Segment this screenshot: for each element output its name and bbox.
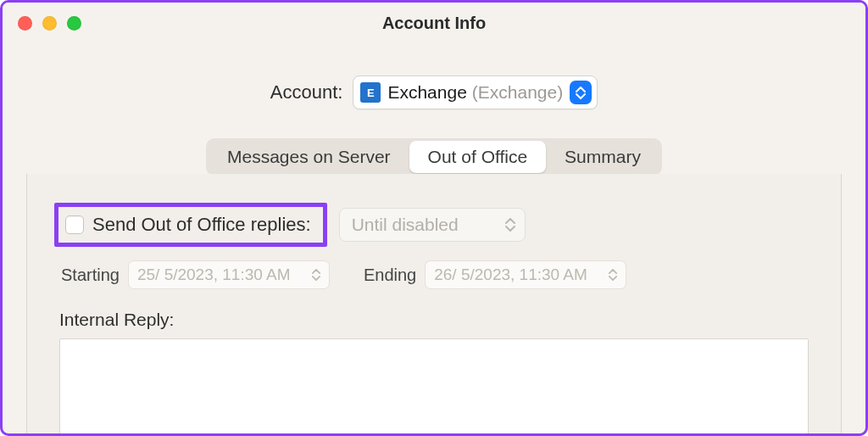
ending-label: Ending bbox=[364, 266, 416, 285]
internal-reply-textarea[interactable] bbox=[59, 338, 809, 436]
starting-value: 25/ 5/2023, 11:30 AM bbox=[137, 266, 291, 284]
reply-duration-value: Until disabled bbox=[352, 215, 459, 235]
out-of-office-panel: Send Out of Office replies: Until disabl… bbox=[26, 174, 842, 436]
minimize-window-button[interactable] bbox=[42, 16, 57, 31]
account-select[interactable]: E Exchange (Exchange) bbox=[353, 75, 598, 109]
account-label: Account: bbox=[270, 81, 343, 103]
starting-datetime-field[interactable]: 25/ 5/2023, 11:30 AM bbox=[128, 260, 330, 289]
date-row: Starting 25/ 5/2023, 11:30 AM Ending 26/… bbox=[59, 260, 809, 289]
updown-icon bbox=[503, 214, 518, 236]
tab-out-of-office[interactable]: Out of Office bbox=[409, 141, 547, 173]
ending-group: Ending 26/ 5/2023, 11:30 AM bbox=[364, 260, 626, 289]
updown-icon bbox=[309, 264, 324, 286]
starting-label: Starting bbox=[61, 266, 120, 285]
updown-icon bbox=[605, 264, 620, 286]
send-replies-highlight: Send Out of Office replies: bbox=[54, 203, 327, 247]
ending-value: 26/ 5/2023, 11:30 AM bbox=[434, 266, 587, 284]
account-name: Exchange bbox=[387, 82, 466, 103]
account-type: (Exchange) bbox=[472, 82, 563, 103]
titlebar: Account Info bbox=[3, 3, 865, 43]
maximize-window-button[interactable] bbox=[67, 16, 81, 31]
dropdown-stepper-icon bbox=[570, 81, 592, 104]
exchange-icon-letter: E bbox=[367, 87, 375, 99]
exchange-icon: E bbox=[360, 82, 381, 103]
reply-duration-select[interactable]: Until disabled bbox=[339, 208, 526, 242]
send-replies-row: Send Out of Office replies: Until disabl… bbox=[59, 203, 809, 247]
account-row: Account: E Exchange (Exchange) bbox=[3, 75, 865, 109]
starting-group: Starting 25/ 5/2023, 11:30 AM bbox=[61, 260, 330, 289]
window-title: Account Info bbox=[3, 14, 865, 33]
close-window-button[interactable] bbox=[18, 16, 32, 31]
tab-messages-on-server[interactable]: Messages on Server bbox=[209, 141, 409, 173]
segmented-control: Messages on Server Out of Office Summary bbox=[206, 138, 662, 176]
tab-summary[interactable]: Summary bbox=[546, 141, 659, 173]
account-info-window: Account Info Account: E Exchange (Exchan… bbox=[0, 0, 868, 436]
ending-datetime-field[interactable]: 26/ 5/2023, 11:30 AM bbox=[425, 260, 626, 289]
send-replies-checkbox[interactable] bbox=[65, 215, 84, 234]
tabbar: Messages on Server Out of Office Summary bbox=[3, 138, 865, 176]
internal-reply-label: Internal Reply: bbox=[59, 310, 809, 330]
send-replies-label: Send Out of Office replies: bbox=[92, 214, 311, 236]
traffic-lights bbox=[3, 16, 81, 31]
